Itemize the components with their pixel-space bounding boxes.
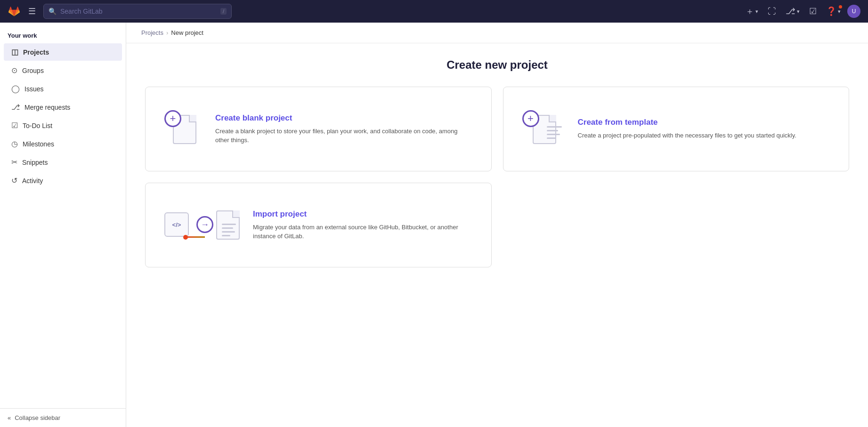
sidebar-item-label: Snippets [22, 159, 48, 166]
template-line-2 [547, 130, 558, 131]
import-project-text: Import project Migrate your data from an… [253, 209, 472, 241]
empty-card-slot [503, 183, 850, 267]
template-project-text: Create from template Create a project pr… [578, 118, 830, 140]
search-shortcut: / [220, 8, 227, 15]
arrow-circle-icon: → [196, 216, 213, 233]
plus-circle-icon: + [164, 110, 181, 127]
code-box-icon: </> [164, 212, 189, 237]
projects-icon: ◫ [11, 48, 18, 56]
hamburger-menu[interactable]: ☰ [26, 4, 38, 18]
page-body: Create new project + Create blank projec… [126, 43, 868, 282]
breadcrumb-projects-link[interactable]: Projects [141, 29, 163, 36]
avatar[interactable]: U [847, 5, 860, 18]
search-icon: 🔍 [49, 8, 57, 15]
template-project-icon: + [522, 110, 565, 148]
create-new-button[interactable]: ＋ ▾ [743, 4, 761, 19]
milestones-icon: ◷ [11, 139, 18, 148]
sidebar-item-groups[interactable]: ⊙ Groups [4, 62, 122, 79]
create-from-template-card[interactable]: + Create from [503, 87, 850, 171]
cards-grid-bottom: </> → [145, 183, 849, 267]
page-layout: Your work ◫ Projects ⊙ Groups ◯ Issues ⎇… [0, 23, 868, 427]
dest-line-1 [222, 224, 236, 225]
import-project-icon: </> → [164, 204, 240, 246]
dest-lines [222, 224, 236, 236]
template-line-1 [547, 126, 562, 128]
sidebar-item-snippets[interactable]: ✂ Snippets [4, 153, 122, 171]
blank-project-icon-wrap: + [164, 110, 202, 148]
template-line-3 [547, 134, 560, 135]
template-line-4 [547, 137, 556, 139]
dest-line-3 [222, 231, 235, 233]
cards-grid-top: + Create blank project Create a blank pr… [145, 87, 849, 171]
todo-nav-button[interactable]: ☑ [806, 4, 819, 18]
import-icon-wrap: </> → [164, 204, 240, 246]
snippets-icon: ✂ [11, 158, 17, 167]
page-title: Create new project [145, 58, 849, 72]
search-bar[interactable]: 🔍 / [43, 4, 232, 19]
dest-line-4 [222, 235, 230, 236]
topnav-right-actions: ＋ ▾ ⛶ ⎇ ▾ ☑ ❓ ▾ U [743, 4, 860, 19]
notification-badge [839, 5, 842, 8]
sidebar-item-label: Projects [23, 48, 49, 56]
import-project-title: Import project [253, 209, 472, 219]
template-project-title: Create from template [578, 118, 830, 127]
blank-project-icon: + [164, 110, 202, 148]
sidebar-item-label: Activity [22, 177, 43, 185]
breadcrumb-current: New project [171, 29, 203, 36]
sidebar-item-issues[interactable]: ◯ Issues [4, 80, 122, 97]
help-button[interactable]: ❓ ▾ [823, 4, 844, 18]
gitlab-logo [8, 5, 21, 18]
merge-requests-icon: ⎇ [11, 103, 20, 112]
sidebar-item-label: Groups [22, 67, 44, 74]
activity-icon: ↺ [11, 176, 17, 185]
sidebar-item-milestones[interactable]: ◷ Milestones [4, 135, 122, 153]
template-icon-wrap: + [522, 110, 565, 148]
issues-icon: ◯ [11, 84, 20, 93]
collapse-sidebar-button[interactable]: « Collapse sidebar [8, 414, 118, 421]
breadcrumb: Projects › New project [126, 23, 868, 43]
collapse-icon: « [8, 414, 11, 421]
sidebar-footer: « Collapse sidebar [0, 408, 126, 427]
sidebar-item-label: To-Do List [23, 122, 52, 129]
sidebar-item-merge-requests[interactable]: ⎇ Merge requests [4, 98, 122, 116]
fullscreen-button[interactable]: ⛶ [765, 5, 779, 18]
todo-list-icon: ☑ [11, 121, 18, 130]
template-project-description: Create a project pre-populated with the … [578, 131, 830, 140]
import-project-description: Migrate your data from an external sourc… [253, 223, 472, 241]
sidebar-item-label: Issues [24, 85, 43, 93]
sidebar-item-label: Milestones [23, 140, 54, 148]
template-lines [547, 126, 562, 139]
sidebar-item-label: Merge requests [24, 104, 70, 111]
main-content: Projects › New project Create new projec… [126, 23, 868, 427]
groups-icon: ⊙ [11, 66, 17, 75]
import-project-card[interactable]: </> → [145, 183, 492, 267]
sidebar-item-todo-list[interactable]: ☑ To-Do List [4, 117, 122, 134]
merge-requests-nav-button[interactable]: ⎇ ▾ [783, 4, 803, 18]
orange-line [187, 236, 205, 238]
sidebar: Your work ◫ Projects ⊙ Groups ◯ Issues ⎇… [0, 23, 126, 427]
dest-line-2 [222, 227, 233, 229]
sidebar-section-your-work: Your work [0, 23, 126, 43]
dest-page-icon [216, 210, 240, 240]
sidebar-item-projects[interactable]: ◫ Projects [4, 43, 122, 61]
blank-project-text: Create blank project Create a blank proj… [215, 113, 472, 145]
search-input[interactable] [60, 8, 217, 15]
template-plus-circle: + [522, 110, 539, 127]
create-blank-project-card[interactable]: + Create blank project Create a blank pr… [145, 87, 492, 171]
sidebar-item-activity[interactable]: ↺ Activity [4, 172, 122, 189]
top-navigation: ☰ 🔍 / ＋ ▾ ⛶ ⎇ ▾ ☑ ❓ ▾ U [0, 0, 868, 23]
blank-project-description: Create a blank project to store your fil… [215, 127, 472, 145]
breadcrumb-separator: › [166, 29, 168, 36]
blank-project-title: Create blank project [215, 113, 472, 123]
